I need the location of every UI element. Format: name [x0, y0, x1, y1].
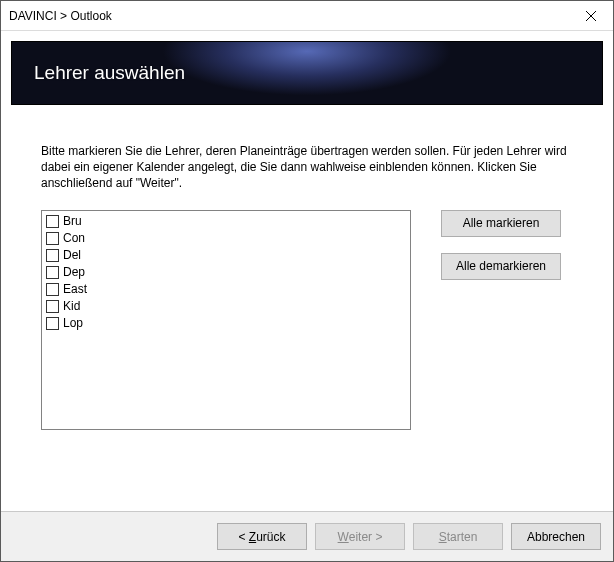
teacher-checkbox[interactable] — [46, 249, 59, 262]
teacher-checkbox[interactable] — [46, 266, 59, 279]
footer-button-bar: < Zurück Weiter > Starten Abbrechen — [1, 511, 613, 561]
teacher-label: Con — [63, 231, 85, 245]
start-button[interactable]: Starten — [413, 523, 503, 550]
dialog-body: Lehrer auswählen Bitte markieren Sie die… — [1, 31, 613, 511]
list-item[interactable]: Lop — [46, 315, 406, 332]
teacher-label: Del — [63, 248, 81, 262]
list-item[interactable]: Kid — [46, 298, 406, 315]
list-item[interactable]: Con — [46, 230, 406, 247]
teacher-listbox[interactable]: BruConDelDepEastKidLop — [41, 210, 411, 430]
instructions-text: Bitte markieren Sie die Lehrer, deren Pl… — [41, 143, 573, 192]
close-button[interactable] — [568, 1, 613, 30]
teacher-checkbox[interactable] — [46, 317, 59, 330]
teacher-label: Dep — [63, 265, 85, 279]
teacher-label: East — [63, 282, 87, 296]
select-all-button[interactable]: Alle markieren — [441, 210, 561, 237]
titlebar: DAVINCI > Outlook — [1, 1, 613, 31]
list-item[interactable]: Del — [46, 247, 406, 264]
side-button-column: Alle markieren Alle demarkieren — [441, 210, 561, 430]
deselect-all-button[interactable]: Alle demarkieren — [441, 253, 561, 280]
header-banner: Lehrer auswählen — [11, 41, 603, 105]
next-button[interactable]: Weiter > — [315, 523, 405, 550]
content-area: Bitte markieren Sie die Lehrer, deren Pl… — [11, 105, 603, 511]
close-icon — [586, 11, 596, 21]
selection-row: BruConDelDepEastKidLop Alle markieren Al… — [41, 210, 573, 430]
teacher-checkbox[interactable] — [46, 232, 59, 245]
teacher-checkbox[interactable] — [46, 283, 59, 296]
list-item[interactable]: Dep — [46, 264, 406, 281]
dialog-window: DAVINCI > Outlook Lehrer auswählen Bitte… — [0, 0, 614, 562]
back-button[interactable]: < Zurück — [217, 523, 307, 550]
cancel-button[interactable]: Abbrechen — [511, 523, 601, 550]
list-item[interactable]: Bru — [46, 213, 406, 230]
teacher-label: Bru — [63, 214, 82, 228]
window-title: DAVINCI > Outlook — [9, 9, 112, 23]
list-item[interactable]: East — [46, 281, 406, 298]
teacher-checkbox[interactable] — [46, 300, 59, 313]
teacher-checkbox[interactable] — [46, 215, 59, 228]
teacher-label: Lop — [63, 316, 83, 330]
page-title: Lehrer auswählen — [34, 62, 185, 84]
teacher-label: Kid — [63, 299, 80, 313]
